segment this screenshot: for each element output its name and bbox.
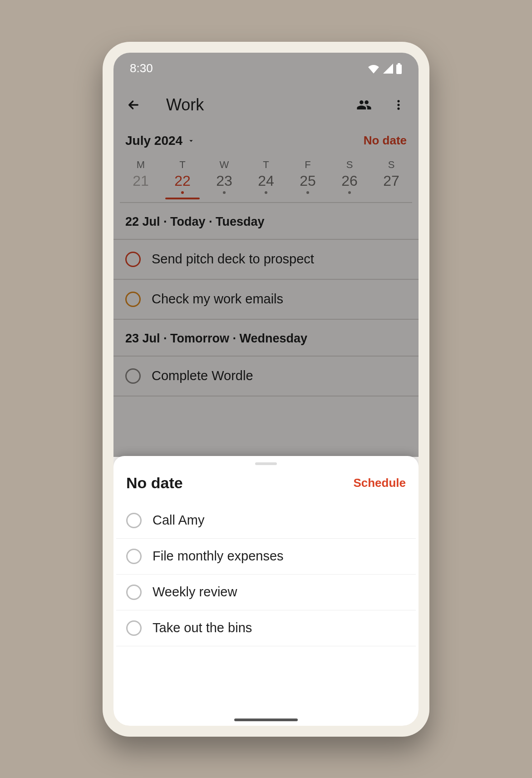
task-checkbox[interactable] — [126, 620, 142, 636]
chevron-down-icon — [187, 137, 195, 145]
task-row[interactable]: Call Amy — [116, 503, 416, 539]
svg-rect-0 — [396, 64, 402, 74]
status-bar: 8:30 — [113, 53, 419, 84]
week-strip: M21T22W23T24F25S26S27 — [113, 156, 419, 203]
more-button[interactable] — [388, 94, 409, 116]
battery-icon — [396, 63, 402, 74]
svg-point-2 — [397, 100, 399, 102]
day-number: 23 — [216, 173, 232, 189]
day-dot — [306, 191, 309, 194]
task-title: Weekly review — [153, 585, 237, 600]
signal-icon — [382, 64, 393, 74]
nav-handle[interactable] — [234, 719, 298, 721]
task-title: Check my work emails — [152, 292, 283, 307]
svg-point-3 — [397, 104, 399, 106]
day-dot — [265, 191, 267, 194]
day-dot — [181, 191, 184, 194]
sheet-header: No date Schedule — [113, 469, 419, 503]
task-row[interactable]: Check my work emails — [113, 280, 419, 320]
arrow-left-icon — [126, 98, 141, 112]
day-number: 24 — [258, 173, 274, 189]
task-row[interactable]: Send pitch deck to prospect — [113, 240, 419, 280]
day-col-23[interactable]: W23 — [203, 159, 245, 198]
app-bar: Work — [113, 84, 419, 125]
back-button[interactable] — [123, 94, 144, 116]
day-number: 25 — [300, 173, 316, 189]
day-col-21[interactable]: M21 — [120, 159, 162, 198]
day-dot — [223, 191, 226, 194]
task-row[interactable]: File monthly expenses — [116, 539, 416, 575]
bottom-sheet: No date Schedule Call AmyFile monthly ex… — [113, 456, 419, 726]
status-time: 8:30 — [130, 61, 153, 75]
section-header: 23 Jul · Tomorrow · Wednesday — [113, 320, 419, 357]
task-checkbox[interactable] — [126, 513, 142, 528]
day-col-24[interactable]: T24 — [245, 159, 287, 198]
task-checkbox[interactable] — [125, 368, 141, 384]
screen: 8:30 Work July 2024 — [113, 53, 419, 726]
more-vert-icon — [392, 99, 405, 111]
task-checkbox[interactable] — [126, 585, 142, 600]
month-row: July 2024 No date — [113, 125, 419, 156]
day-col-26[interactable]: S26 — [329, 159, 370, 198]
month-label-text: July 2024 — [125, 134, 182, 148]
people-icon — [356, 97, 372, 113]
day-number: 26 — [341, 173, 358, 189]
task-row[interactable]: Complete Wordle — [113, 357, 419, 396]
svg-point-4 — [397, 107, 399, 109]
task-title: Send pitch deck to prospect — [152, 252, 314, 267]
wifi-icon — [368, 64, 379, 74]
day-letter: T — [179, 159, 185, 171]
month-picker[interactable]: July 2024 — [125, 134, 195, 148]
schedule-button[interactable]: Schedule — [353, 476, 406, 490]
task-row[interactable]: Take out the bins — [116, 610, 416, 646]
task-title: Complete Wordle — [152, 368, 253, 383]
day-letter: S — [346, 159, 353, 171]
day-col-25[interactable]: F25 — [287, 159, 329, 198]
task-title: Take out the bins — [153, 620, 252, 635]
task-title: Call Amy — [153, 513, 204, 528]
task-checkbox[interactable] — [125, 292, 141, 307]
day-letter: T — [263, 159, 269, 171]
day-dot — [348, 191, 351, 194]
day-col-22[interactable]: T22 — [162, 159, 203, 198]
sheet-title: No date — [126, 474, 183, 492]
day-number: 21 — [133, 173, 149, 189]
day-number: 27 — [383, 173, 399, 189]
task-title: File monthly expenses — [153, 549, 284, 564]
status-icons — [368, 63, 402, 74]
device-frame: 8:30 Work July 2024 — [103, 42, 429, 737]
day-letter: S — [388, 159, 395, 171]
collaborators-button[interactable] — [353, 94, 375, 116]
no-date-link[interactable]: No date — [364, 134, 407, 148]
day-number: 22 — [174, 173, 191, 189]
day-letter: F — [305, 159, 310, 171]
drag-handle[interactable] — [255, 462, 277, 465]
task-row[interactable]: Weekly review — [116, 575, 416, 610]
day-letter: M — [137, 159, 145, 171]
day-letter: W — [220, 159, 229, 171]
task-checkbox[interactable] — [125, 252, 141, 267]
svg-rect-1 — [398, 63, 400, 64]
day-col-27[interactable]: S27 — [370, 159, 412, 198]
page-title: Work — [157, 95, 340, 114]
task-checkbox[interactable] — [126, 549, 142, 564]
section-header: 22 Jul · Today · Tuesday — [113, 203, 419, 240]
